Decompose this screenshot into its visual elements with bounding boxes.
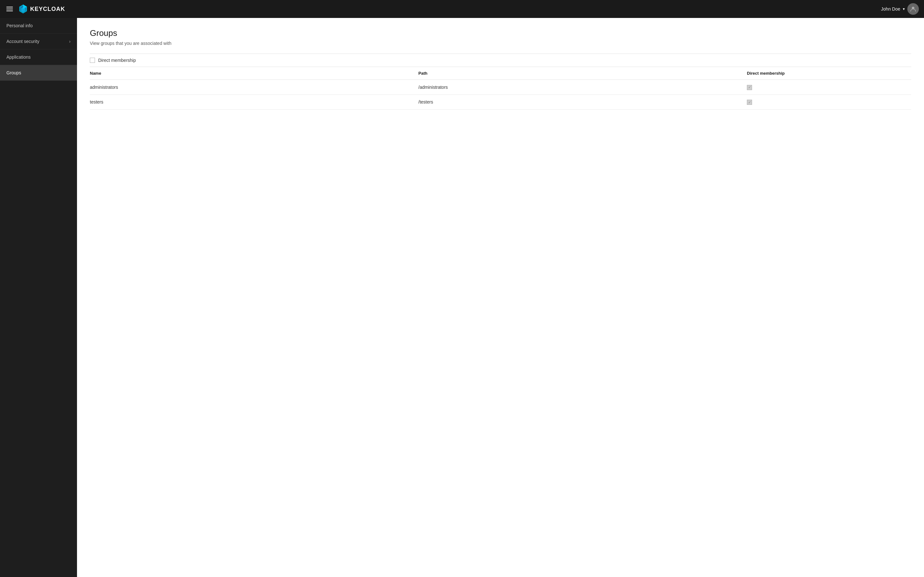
sidebar-item-account-security[interactable]: Account security › (0, 34, 77, 49)
group-path-administrators: /administrators (418, 80, 747, 95)
chevron-right-icon: › (69, 39, 71, 44)
menu-button[interactable] (5, 5, 14, 13)
main-content: Groups View groups that you are associat… (77, 18, 924, 577)
navbar: KEYCLOAK John Doe ▾ (0, 0, 924, 18)
group-name-testers: testers (90, 95, 418, 110)
column-header-path: Path (418, 67, 747, 80)
column-header-direct-membership: Direct membership (747, 67, 911, 80)
groups-table: Name Path Direct membership administrato… (90, 67, 911, 110)
table-header: Name Path Direct membership (90, 67, 911, 80)
sidebar-label-groups: Groups (6, 70, 21, 75)
sidebar-item-applications[interactable]: Applications (0, 49, 77, 65)
direct-membership-filter-checkbox[interactable] (90, 58, 95, 63)
avatar[interactable] (907, 3, 919, 15)
table-row: administrators /administrators (90, 80, 911, 95)
filter-row: Direct membership (90, 53, 911, 67)
sidebar-item-groups[interactable]: Groups (0, 65, 77, 81)
keycloak-logo-icon (18, 4, 28, 14)
table-body: administrators /administrators testers /… (90, 80, 911, 110)
group-direct-member-testers (747, 95, 911, 110)
table-row: testers /testers (90, 95, 911, 110)
table-header-row: Name Path Direct membership (90, 67, 911, 80)
sidebar-item-personal-info[interactable]: Personal info (0, 18, 77, 34)
direct-membership-filter-label: Direct membership (98, 58, 136, 63)
layout: Personal info Account security › Applica… (0, 18, 924, 577)
user-name: John Doe (881, 6, 900, 11)
navbar-left: KEYCLOAK (5, 4, 65, 14)
logo-text: KEYCLOAK (30, 6, 65, 13)
checked-checkbox-testers (747, 100, 752, 105)
group-path-testers: /testers (418, 95, 747, 110)
sidebar-label-applications: Applications (6, 55, 31, 60)
group-direct-member-administrators (747, 80, 911, 95)
checked-checkbox-administrators (747, 85, 752, 90)
sidebar: Personal info Account security › Applica… (0, 18, 77, 577)
sidebar-label-personal-info: Personal info (6, 23, 33, 28)
column-header-name: Name (90, 67, 418, 80)
page-title: Groups (90, 28, 911, 38)
page-subtitle: View groups that you are associated with (90, 41, 911, 46)
group-name-administrators: administrators (90, 80, 418, 95)
sidebar-label-account-security: Account security (6, 39, 39, 44)
logo-container: KEYCLOAK (18, 4, 65, 14)
user-dropdown-arrow[interactable]: ▾ (903, 7, 905, 11)
navbar-right: John Doe ▾ (881, 3, 919, 15)
